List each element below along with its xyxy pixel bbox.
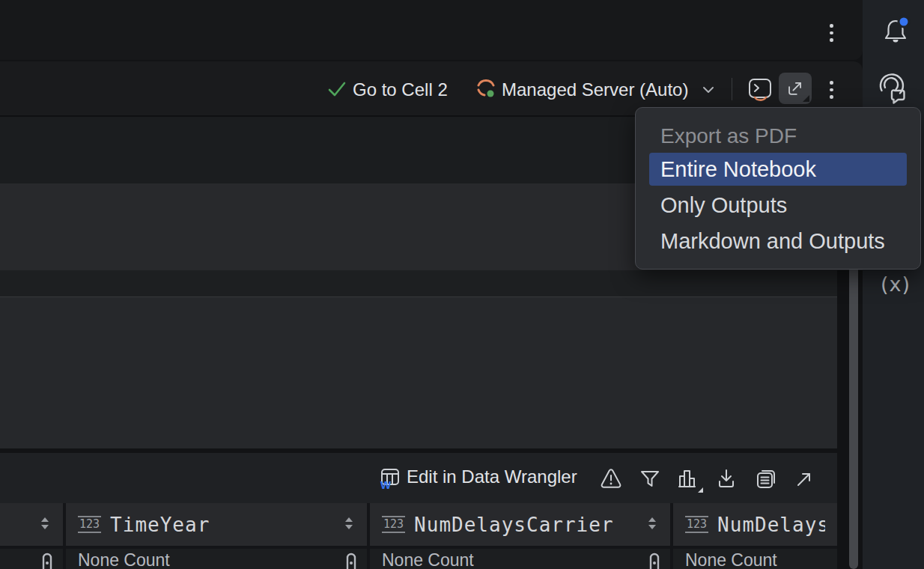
open-in-new-icon[interactable] (794, 469, 815, 490)
table-stats-row: None Count None Count None Count (0, 549, 837, 569)
stats-cell-timeyear[interactable]: None Count (66, 549, 367, 569)
export-dropdown-corner-icon (803, 95, 809, 102)
data-table: 123 TimeYear 123 NumDelaysCarrier 123 Nu… (0, 503, 837, 569)
toolbar-separator (732, 78, 732, 100)
stats-label: None Count (685, 550, 777, 569)
export-menu-header: Export as PDF (636, 120, 920, 153)
export-menu: Export as PDF Entire Notebook Only Outpu… (635, 107, 921, 270)
chevron-down-icon[interactable] (701, 84, 716, 96)
filter-icon[interactable] (638, 467, 662, 491)
chart-dropdown-corner-icon (698, 487, 703, 493)
edit-in-data-wrangler-button[interactable]: W Edit in Data Wrangler (379, 466, 577, 488)
export-button[interactable] (779, 73, 812, 104)
copy-icon[interactable] (753, 466, 779, 491)
stats-cell-numdelayscarrier[interactable]: None Count (370, 549, 670, 569)
ai-chat-icon[interactable] (875, 67, 914, 106)
menu-item-entire-notebook[interactable]: Entire Notebook (649, 153, 907, 186)
edit-in-data-wrangler-label: Edit in Data Wrangler (407, 466, 577, 487)
sort-icon[interactable] (646, 515, 658, 535)
chart-icon[interactable] (675, 466, 700, 491)
right-tool-sidebar: (x) (863, 0, 924, 569)
menu-item-only-outputs[interactable]: Only Outputs (649, 189, 907, 222)
stats-cell-index[interactable] (0, 549, 63, 569)
column-header-timeyear[interactable]: 123 TimeYear (66, 503, 367, 546)
column-header-numdelaysl[interactable]: 123 NumDelaysL (673, 503, 837, 546)
string-arch-icon (40, 550, 54, 569)
variables-icon[interactable]: (x) (881, 273, 911, 296)
jupyter-server-icon (474, 76, 498, 100)
app-window: Go to Cell 2 Managed Server (Auto) (0, 0, 924, 569)
window-kebab-menu-icon[interactable] (827, 21, 836, 45)
checkmark-icon (326, 79, 347, 100)
main-window-header (0, 0, 863, 60)
numeric-type-icon: 123 (382, 516, 405, 533)
data-wrangler-icon: W (379, 466, 401, 488)
go-to-cell-link[interactable]: Go to Cell 2 (353, 79, 448, 100)
server-selector[interactable]: Managed Server (Auto) (502, 79, 688, 100)
sort-icon[interactable] (39, 515, 51, 535)
column-header-index[interactable] (0, 503, 63, 546)
column-name: NumDelaysCarrier (414, 514, 613, 536)
download-icon[interactable] (714, 466, 739, 491)
stats-label: None Count (78, 550, 170, 569)
column-header-numdelayscarrier[interactable]: 123 NumDelaysCarrier (370, 503, 670, 546)
string-arch-icon (344, 550, 358, 569)
cell-output-panel (0, 296, 837, 448)
numeric-type-icon: 123 (685, 516, 708, 533)
warning-icon[interactable] (598, 466, 624, 491)
column-name: NumDelaysL (717, 514, 825, 536)
menu-item-markdown-and-outputs[interactable]: Markdown and Outputs (649, 225, 907, 258)
string-arch-icon (648, 550, 661, 569)
sort-icon[interactable] (343, 515, 355, 535)
column-name: TimeYear (110, 514, 210, 536)
table-header-row: 123 TimeYear 123 NumDelaysCarrier 123 Nu… (0, 503, 837, 546)
toolbar-kebab-menu-icon[interactable] (827, 78, 836, 102)
jupyter-console-icon[interactable] (746, 75, 774, 103)
stats-cell-numdelaysl[interactable]: None Count (673, 549, 837, 569)
notebook-cell-gutter (0, 270, 837, 296)
notifications-bell-icon[interactable] (879, 15, 912, 48)
numeric-type-icon: 123 (78, 516, 101, 533)
stats-label: None Count (382, 550, 474, 569)
